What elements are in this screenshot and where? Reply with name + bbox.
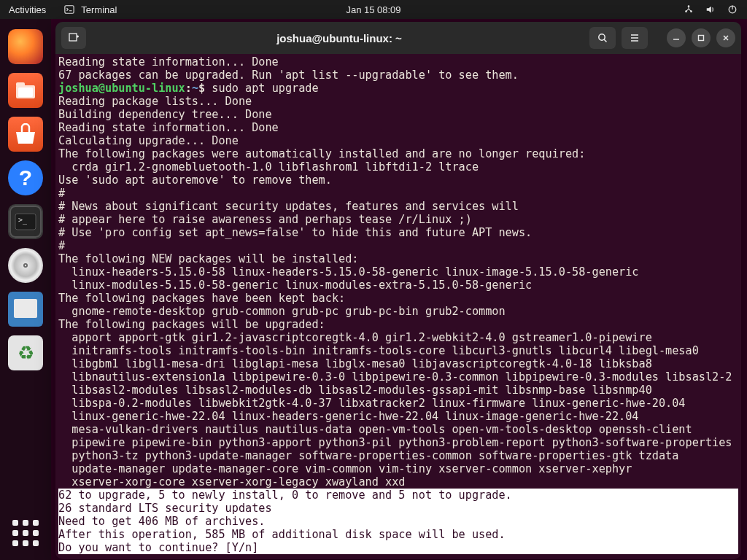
dock-software[interactable] [8, 117, 43, 152]
dock-firefox[interactable] [8, 29, 43, 64]
dock-files[interactable] [8, 73, 43, 108]
window-title: joshua@ubuntu-linux: ~ [89, 32, 589, 44]
dock-terminal[interactable]: >_ [8, 204, 43, 239]
close-button[interactable] [716, 28, 735, 47]
network-icon[interactable] [683, 4, 694, 15]
svg-rect-8 [18, 88, 33, 97]
dock-trash[interactable]: ♻ [8, 335, 43, 370]
svg-point-12 [25, 265, 26, 266]
svg-text:>_: >_ [18, 216, 28, 225]
active-app-menu[interactable]: Terminal [63, 4, 117, 15]
power-icon[interactable] [727, 4, 738, 15]
minimize-button[interactable] [667, 28, 686, 47]
activities-button[interactable]: Activities [9, 4, 46, 15]
svg-rect-13 [69, 34, 77, 41]
maximize-button[interactable] [692, 28, 711, 47]
terminal-titlebar: joshua@ubuntu-linux: ~ [55, 22, 741, 54]
svg-rect-15 [699, 36, 704, 41]
svg-point-14 [599, 34, 605, 40]
new-tab-button[interactable] [61, 27, 86, 49]
terminal-menu-icon [63, 4, 75, 15]
terminal-output[interactable]: Reading state information... Done 67 pac… [55, 54, 741, 559]
dock-help[interactable]: ? [8, 160, 43, 195]
svg-rect-5 [732, 6, 732, 9]
terminal-window: joshua@ubuntu-linux: ~ Reading state inf… [55, 22, 741, 559]
hamburger-menu[interactable] [622, 27, 648, 49]
dock-save-icon[interactable] [8, 292, 43, 327]
gnome-top-panel: Activities Terminal Jan 15 08:09 [0, 0, 747, 19]
selected-text: 62 to upgrade, 5 to newly install, 0 to … [58, 489, 738, 554]
show-applications[interactable] [10, 518, 41, 548]
volume-icon[interactable] [705, 4, 716, 15]
ubuntu-dock: ? >_ ♻ [0, 19, 51, 560]
svg-rect-0 [65, 6, 74, 14]
search-button[interactable] [589, 27, 616, 49]
clock[interactable]: Jan 15 08:09 [346, 4, 400, 15]
svg-rect-7 [16, 82, 25, 87]
dock-disc[interactable] [8, 248, 43, 283]
active-app-label: Terminal [81, 4, 117, 15]
